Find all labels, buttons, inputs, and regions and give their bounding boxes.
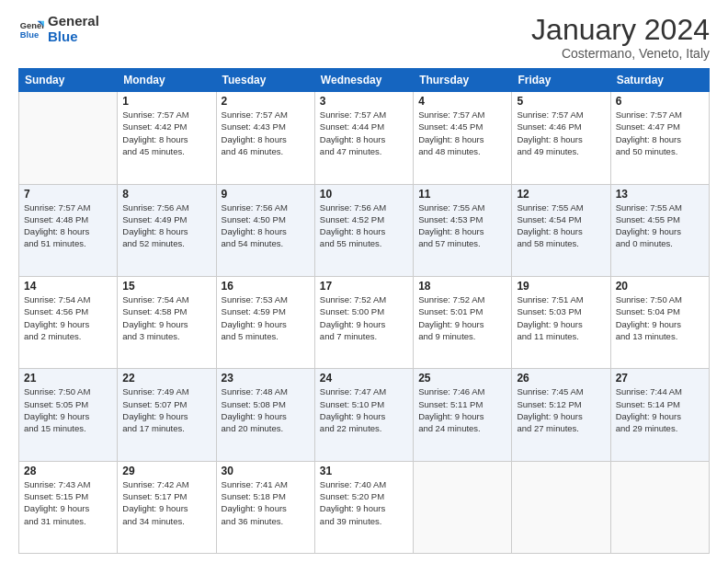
calendar-cell: 11Sunrise: 7:55 AMSunset: 4:53 PMDayligh…: [414, 184, 512, 276]
day-number: 18: [418, 280, 506, 293]
svg-text:Blue: Blue: [20, 30, 39, 40]
logo: General Blue General Blue: [18, 14, 99, 44]
day-info: Sunrise: 7:55 AMSunset: 4:53 PMDaylight:…: [418, 201, 506, 250]
day-number: 31: [320, 465, 408, 477]
day-info: Sunrise: 7:54 AMSunset: 4:56 PMDaylight:…: [24, 293, 112, 342]
logo-general-text: General: [48, 14, 99, 29]
day-number: 26: [517, 372, 605, 385]
day-number: 15: [122, 280, 210, 293]
calendar-cell: 30Sunrise: 7:41 AMSunset: 5:18 PMDayligh…: [216, 461, 314, 553]
day-info: Sunrise: 7:57 AMSunset: 4:45 PMDaylight:…: [418, 109, 506, 157]
col-sunday: Sunday: [19, 69, 118, 92]
day-info: Sunrise: 7:47 AMSunset: 5:10 PMDaylight:…: [320, 385, 408, 434]
day-info: Sunrise: 7:42 AMSunset: 5:17 PMDaylight:…: [122, 478, 210, 527]
calendar-cell: 18Sunrise: 7:52 AMSunset: 5:01 PMDayligh…: [414, 276, 512, 368]
day-number: 23: [222, 372, 310, 385]
header-row: Sunday Monday Tuesday Wednesday Thursday…: [19, 69, 710, 92]
col-wednesday: Wednesday: [314, 69, 413, 92]
calendar-cell: 21Sunrise: 7:50 AMSunset: 5:05 PMDayligh…: [19, 369, 118, 461]
day-number: 17: [320, 280, 408, 293]
day-number: 8: [122, 188, 210, 201]
calendar-cell: [512, 461, 610, 553]
calendar-header: Sunday Monday Tuesday Wednesday Thursday…: [19, 69, 710, 92]
day-info: Sunrise: 7:56 AMSunset: 4:50 PMDaylight:…: [222, 201, 310, 250]
calendar-cell: 8Sunrise: 7:56 AMSunset: 4:49 PMDaylight…: [118, 184, 216, 276]
calendar-cell: 3Sunrise: 7:57 AMSunset: 4:44 PMDaylight…: [314, 92, 413, 184]
day-info: Sunrise: 7:52 AMSunset: 5:00 PMDaylight:…: [320, 293, 408, 342]
day-number: 20: [616, 280, 704, 293]
subtitle: Costermano, Veneto, Italy: [531, 46, 710, 61]
day-info: Sunrise: 7:43 AMSunset: 5:15 PMDaylight:…: [24, 478, 112, 527]
day-info: Sunrise: 7:48 AMSunset: 5:08 PMDaylight:…: [222, 385, 310, 434]
calendar-cell: 4Sunrise: 7:57 AMSunset: 4:45 PMDaylight…: [414, 92, 512, 184]
calendar-cell: 6Sunrise: 7:57 AMSunset: 4:47 PMDaylight…: [610, 92, 709, 184]
calendar-cell: 19Sunrise: 7:51 AMSunset: 5:03 PMDayligh…: [512, 276, 610, 368]
day-number: 28: [24, 465, 112, 477]
day-number: 19: [517, 280, 605, 293]
day-number: 2: [222, 95, 310, 108]
day-info: Sunrise: 7:57 AMSunset: 4:47 PMDaylight:…: [616, 109, 704, 157]
day-info: Sunrise: 7:45 AMSunset: 5:12 PMDaylight:…: [517, 385, 605, 434]
day-info: Sunrise: 7:56 AMSunset: 4:52 PMDaylight:…: [320, 201, 408, 250]
calendar-cell: 27Sunrise: 7:44 AMSunset: 5:14 PMDayligh…: [610, 369, 709, 461]
calendar-cell: 14Sunrise: 7:54 AMSunset: 4:56 PMDayligh…: [19, 276, 118, 368]
calendar-cell: 2Sunrise: 7:57 AMSunset: 4:43 PMDaylight…: [216, 92, 314, 184]
day-number: 25: [418, 372, 506, 385]
calendar-cell: 22Sunrise: 7:49 AMSunset: 5:07 PMDayligh…: [118, 369, 216, 461]
day-number: 11: [418, 188, 506, 201]
day-number: 3: [320, 95, 408, 108]
col-friday: Friday: [512, 69, 610, 92]
calendar-week-2: 14Sunrise: 7:54 AMSunset: 4:56 PMDayligh…: [19, 276, 710, 368]
calendar-cell: 12Sunrise: 7:55 AMSunset: 4:54 PMDayligh…: [512, 184, 610, 276]
calendar-cell: 24Sunrise: 7:47 AMSunset: 5:10 PMDayligh…: [314, 369, 413, 461]
day-info: Sunrise: 7:49 AMSunset: 5:07 PMDaylight:…: [122, 385, 210, 434]
col-saturday: Saturday: [610, 69, 709, 92]
title-block: January 2024 Costermano, Veneto, Italy: [531, 14, 710, 61]
calendar-cell: 23Sunrise: 7:48 AMSunset: 5:08 PMDayligh…: [216, 369, 314, 461]
calendar-week-1: 7Sunrise: 7:57 AMSunset: 4:48 PMDaylight…: [19, 184, 710, 276]
calendar-cell: 13Sunrise: 7:55 AMSunset: 4:55 PMDayligh…: [610, 184, 709, 276]
calendar-cell: 28Sunrise: 7:43 AMSunset: 5:15 PMDayligh…: [19, 461, 118, 553]
day-info: Sunrise: 7:56 AMSunset: 4:49 PMDaylight:…: [122, 201, 210, 250]
col-thursday: Thursday: [414, 69, 512, 92]
day-info: Sunrise: 7:41 AMSunset: 5:18 PMDaylight:…: [222, 478, 310, 527]
day-number: 4: [418, 95, 506, 108]
day-number: 5: [517, 95, 605, 108]
day-info: Sunrise: 7:52 AMSunset: 5:01 PMDaylight:…: [418, 293, 506, 342]
main-title: January 2024: [531, 14, 710, 46]
calendar-cell: [610, 461, 709, 553]
day-info: Sunrise: 7:51 AMSunset: 5:03 PMDaylight:…: [517, 293, 605, 342]
calendar-cell: 9Sunrise: 7:56 AMSunset: 4:50 PMDaylight…: [216, 184, 314, 276]
day-info: Sunrise: 7:57 AMSunset: 4:48 PMDaylight:…: [24, 201, 112, 250]
page: General Blue General Blue January 2024 C…: [0, 0, 728, 563]
day-info: Sunrise: 7:57 AMSunset: 4:43 PMDaylight:…: [222, 109, 310, 157]
day-number: 14: [24, 280, 112, 293]
calendar-body: 1Sunrise: 7:57 AMSunset: 4:42 PMDaylight…: [19, 92, 710, 554]
day-info: Sunrise: 7:57 AMSunset: 4:42 PMDaylight:…: [122, 109, 210, 157]
day-number: 24: [320, 372, 408, 385]
day-number: 10: [320, 188, 408, 201]
day-number: 13: [616, 188, 704, 201]
calendar-cell: 15Sunrise: 7:54 AMSunset: 4:58 PMDayligh…: [118, 276, 216, 368]
header: General Blue General Blue January 2024 C…: [18, 14, 710, 61]
day-info: Sunrise: 7:57 AMSunset: 4:44 PMDaylight:…: [320, 109, 408, 157]
day-info: Sunrise: 7:54 AMSunset: 4:58 PMDaylight:…: [122, 293, 210, 342]
day-number: 1: [122, 95, 210, 108]
day-number: 29: [122, 465, 210, 477]
calendar-table: Sunday Monday Tuesday Wednesday Thursday…: [18, 68, 710, 554]
day-number: 27: [616, 372, 704, 385]
day-info: Sunrise: 7:57 AMSunset: 4:46 PMDaylight:…: [517, 109, 605, 157]
calendar-cell: 5Sunrise: 7:57 AMSunset: 4:46 PMDaylight…: [512, 92, 610, 184]
calendar-week-3: 21Sunrise: 7:50 AMSunset: 5:05 PMDayligh…: [19, 369, 710, 461]
day-info: Sunrise: 7:50 AMSunset: 5:04 PMDaylight:…: [616, 293, 704, 342]
calendar-cell: 16Sunrise: 7:53 AMSunset: 4:59 PMDayligh…: [216, 276, 314, 368]
calendar-cell: 1Sunrise: 7:57 AMSunset: 4:42 PMDaylight…: [118, 92, 216, 184]
day-number: 9: [222, 188, 310, 201]
logo-blue-text: Blue: [48, 29, 99, 45]
calendar-cell: 29Sunrise: 7:42 AMSunset: 5:17 PMDayligh…: [118, 461, 216, 553]
day-number: 6: [616, 95, 704, 108]
calendar-cell: 31Sunrise: 7:40 AMSunset: 5:20 PMDayligh…: [314, 461, 413, 553]
calendar-cell: [19, 92, 118, 184]
day-number: 7: [24, 188, 112, 201]
day-info: Sunrise: 7:53 AMSunset: 4:59 PMDaylight:…: [222, 293, 310, 342]
